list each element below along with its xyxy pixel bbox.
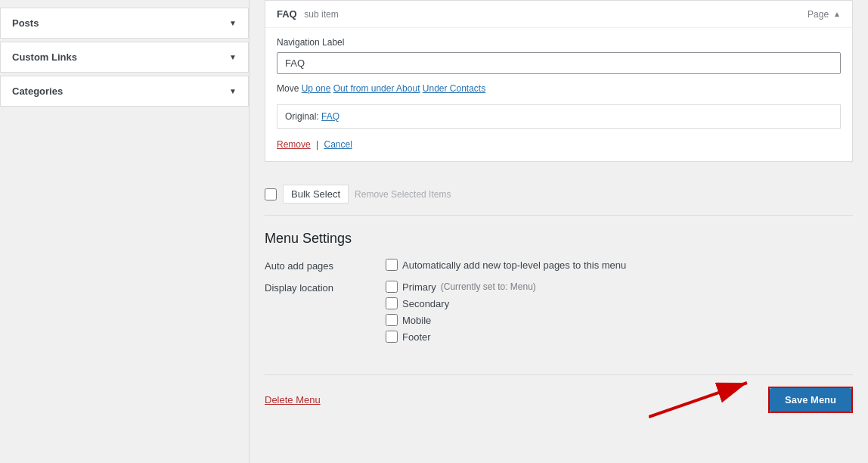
cancel-link[interactable]: Cancel (324, 139, 352, 150)
location-secondary-label: Secondary (402, 298, 449, 309)
original-row: Original: FAQ (277, 104, 841, 129)
faq-menu-item-card: FAQ sub item Page ▲ Navigation Label Mov… (265, 0, 853, 162)
display-location-row: Display location Primary (Currently set … (265, 281, 853, 343)
location-primary-row: Primary (Currently set to: Menu) (386, 281, 853, 293)
display-location-label: Display location (265, 281, 386, 294)
location-footer-checkbox[interactable] (386, 331, 398, 343)
bulk-select-button[interactable]: Bulk Select (283, 185, 349, 204)
sidebar-item-categories-label: Categories (12, 85, 63, 97)
faq-card-header: FAQ sub item Page ▲ (265, 1, 852, 27)
auto-add-pages-text: Automatically add new top-level pages to… (402, 259, 626, 271)
display-location-content: Primary (Currently set to: Menu) Seconda… (386, 281, 853, 343)
remove-selected-items-button: Remove Selected Items (355, 189, 451, 200)
menu-settings-title: Menu Settings (265, 231, 853, 247)
location-mobile-label: Mobile (402, 315, 431, 326)
custom-links-arrow-icon: ▼ (229, 53, 237, 61)
original-link[interactable]: FAQ (321, 111, 339, 122)
faq-card-body: Navigation Label Move Up one Out from un… (265, 27, 852, 161)
delete-menu-link[interactable]: Delete Menu (265, 394, 321, 406)
sidebar-item-posts[interactable]: Posts ▼ (0, 8, 249, 39)
location-primary-checkbox[interactable] (386, 281, 398, 293)
move-under-contacts-link[interactable]: Under Contacts (423, 83, 485, 94)
action-row: Remove | Cancel (277, 139, 841, 150)
sidebar: Posts ▼ Custom Links ▼ Categories ▼ (0, 0, 250, 463)
nav-label-input[interactable] (277, 52, 841, 74)
location-footer-row: Footer (386, 331, 853, 343)
sidebar-item-custom-links-label: Custom Links (12, 51, 77, 63)
sidebar-item-posts-label: Posts (12, 17, 39, 29)
faq-sub-label: sub item (304, 9, 338, 20)
location-primary-label: Primary (402, 281, 436, 293)
auto-add-pages-content: Automatically add new top-level pages to… (386, 259, 853, 271)
menu-settings-section: Menu Settings Auto add pages Automatical… (265, 231, 853, 367)
location-secondary-row: Secondary (386, 297, 853, 309)
location-mobile-row: Mobile (386, 314, 853, 326)
bulk-select-checkbox[interactable] (265, 188, 277, 200)
footer-bar: Delete Menu Save Menu (265, 374, 853, 424)
bulk-select-row: Bulk Select Remove Selected Items (265, 173, 853, 216)
auto-add-pages-row: Auto add pages Automatically add new top… (265, 259, 853, 272)
red-arrow-icon (649, 368, 770, 421)
save-menu-button[interactable]: Save Menu (770, 388, 851, 412)
sidebar-item-custom-links[interactable]: Custom Links ▼ (0, 42, 249, 73)
faq-collapse-icon[interactable]: ▲ (833, 10, 841, 18)
faq-type-area: Page ▲ (808, 9, 841, 20)
main-content: FAQ sub item Page ▲ Navigation Label Mov… (250, 0, 868, 463)
categories-arrow-icon: ▼ (229, 87, 237, 95)
svg-line-1 (649, 383, 747, 417)
action-separator: | (316, 139, 318, 150)
move-out-from-under-about-link[interactable]: Out from under About (333, 83, 420, 94)
save-menu-button-highlight: Save Menu (768, 387, 853, 413)
location-footer-label: Footer (402, 331, 431, 343)
location-primary-note: (Currently set to: Menu) (441, 281, 536, 292)
faq-type-label: Page (808, 9, 829, 20)
remove-link[interactable]: Remove (277, 139, 311, 150)
auto-add-pages-label: Auto add pages (265, 259, 386, 272)
move-up-one-link[interactable]: Up one (302, 83, 331, 94)
sidebar-item-categories[interactable]: Categories ▼ (0, 76, 249, 107)
location-secondary-checkbox[interactable] (386, 297, 398, 309)
posts-arrow-icon: ▼ (229, 19, 237, 27)
faq-title: FAQ (277, 8, 297, 20)
auto-add-pages-checkbox-row: Automatically add new top-level pages to… (386, 259, 853, 271)
auto-add-pages-checkbox[interactable] (386, 259, 398, 271)
move-row: Move Up one Out from under About Under C… (277, 83, 841, 94)
move-text: Move (277, 83, 299, 94)
location-mobile-checkbox[interactable] (386, 314, 398, 326)
faq-title-area: FAQ sub item (277, 8, 339, 20)
original-label: Original: (285, 111, 319, 122)
nav-label-field-label: Navigation Label (277, 37, 841, 48)
